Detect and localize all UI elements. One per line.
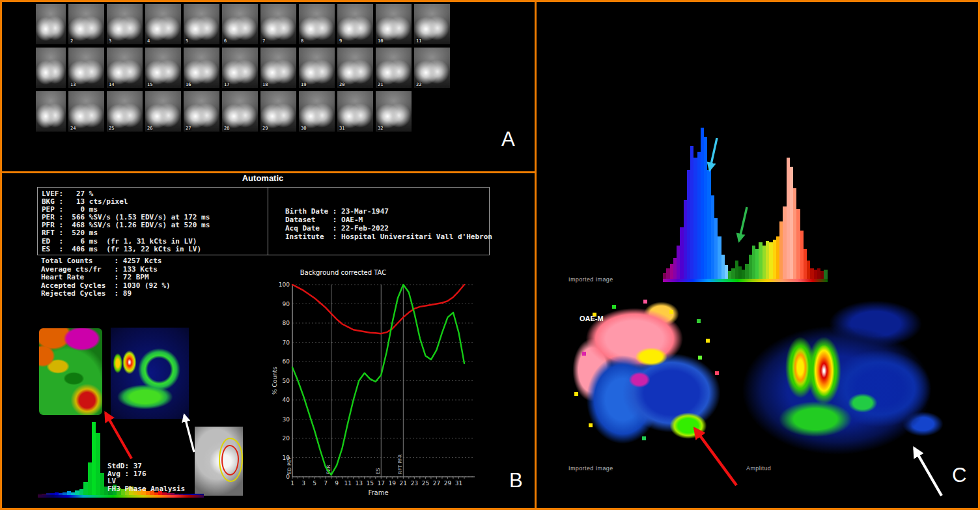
- lv-function-stats: LVEF: 27 %BKG : 13 cts/pixelPEP : 0 msPE…: [42, 190, 210, 253]
- svg-text:100: 100: [279, 281, 290, 288]
- cine-frame[interactable]: 26: [145, 91, 181, 132]
- frame-number: 7: [262, 38, 266, 44]
- frame-number: 15: [147, 82, 153, 87]
- frame-number: 8: [300, 38, 304, 44]
- frame-number: 3: [108, 38, 112, 44]
- svg-text:9: 9: [335, 480, 339, 487]
- frame-number: 29: [262, 126, 268, 131]
- svg-text:27: 27: [433, 480, 440, 487]
- frame-number: 4: [147, 38, 150, 44]
- patient-info-line: Institute : Hospital Universitari Vall d…: [285, 233, 492, 241]
- cine-frame[interactable]: 13: [68, 48, 104, 88]
- frame-number: 31: [339, 126, 345, 131]
- svg-text:ED PEP: ED PEP: [287, 457, 292, 474]
- frame-number: 10: [377, 38, 384, 44]
- frame-number: 9: [339, 38, 343, 44]
- amplitude-map-image: [111, 328, 189, 419]
- phase-stat-line: LV: [107, 477, 185, 485]
- frame-number: 21: [377, 82, 384, 87]
- svg-text:21: 21: [400, 480, 407, 487]
- cine-frame[interactable]: 16: [184, 48, 219, 88]
- svg-text:11: 11: [344, 480, 351, 487]
- cine-frame[interactable]: 20: [337, 48, 373, 88]
- stat-line: RFT : 520 ms: [42, 229, 210, 237]
- imported-image-label-top: Imported Image: [568, 276, 613, 283]
- cine-frame[interactable]: 5: [184, 4, 219, 44]
- cine-frame[interactable]: 21: [376, 48, 412, 88]
- cine-frame-row: 234567891011: [36, 4, 453, 44]
- imported-amplitude-image: [742, 300, 957, 461]
- cine-frame[interactable]: 14: [107, 48, 143, 88]
- cine-frame[interactable]: 6: [222, 4, 258, 44]
- svg-text:13: 13: [355, 480, 362, 487]
- cine-frame[interactable]: 15: [145, 48, 181, 88]
- cine-frame[interactable]: 18: [260, 48, 296, 88]
- orange-vertical-divider: [535, 0, 537, 510]
- cine-frame[interactable]: 9: [337, 4, 373, 44]
- cine-frame[interactable]: 10: [376, 4, 412, 44]
- frame-number: 26: [147, 126, 153, 131]
- cine-frame[interactable]: 25: [107, 91, 143, 132]
- svg-text:31: 31: [455, 480, 462, 487]
- svg-text:20: 20: [283, 435, 290, 442]
- stats-box: LVEF: 27 %BKG : 13 cts/pixelPEP : 0 msPE…: [37, 187, 490, 255]
- frame-number: 27: [185, 126, 191, 131]
- stats-box-divider: [268, 188, 268, 255]
- cine-frame[interactable]: [36, 4, 66, 44]
- patient-info-line: Birth Date : 23-Mar-1947: [285, 207, 492, 216]
- stat-line: ED : 6 ms (fr 1, 31 kCts in LV): [42, 238, 210, 246]
- cine-frame[interactable]: 11: [414, 4, 450, 44]
- frame-number: 14: [108, 82, 115, 87]
- histogram-bar: [824, 270, 827, 279]
- cine-frame[interactable]: 32: [376, 91, 412, 132]
- orange-horizontal-divider: [0, 171, 537, 173]
- svg-text:29: 29: [444, 480, 452, 487]
- stat-line: ES : 406 ms (fr 13, 22 kCts in LV): [42, 246, 210, 253]
- app-window: { "window": { "panel_a_label": "A", "pan…: [0, 0, 980, 510]
- cine-frame-grid: 2345678910111314151617181920212224252627…: [36, 4, 453, 135]
- cine-frame[interactable]: 22: [414, 48, 450, 88]
- phase-histogram-baseline: [38, 495, 204, 498]
- frame-number: 13: [70, 82, 76, 87]
- cine-frame-row: 13141516171819202122: [36, 48, 453, 88]
- svg-text:80: 80: [283, 320, 290, 326]
- cine-frame[interactable]: [36, 91, 66, 132]
- imported-phase-histogram: [663, 128, 828, 279]
- svg-text:5: 5: [313, 480, 316, 487]
- svg-text:7: 7: [324, 480, 328, 487]
- svg-text:ES: ES: [375, 468, 381, 474]
- cine-frame[interactable]: 27: [184, 91, 219, 132]
- svg-text:15: 15: [366, 480, 373, 487]
- automatic-title: Automatic: [37, 173, 488, 183]
- cine-frame[interactable]: 4: [145, 4, 181, 44]
- cine-frame-row: 242526272829303132: [36, 91, 453, 132]
- cine-frame[interactable]: 31: [337, 91, 373, 132]
- svg-text:30: 30: [283, 416, 290, 423]
- cine-frame[interactable]: 2: [68, 4, 104, 44]
- acquisition-stats: Total Counts : 4257 KctsAverage cts/fr :…: [41, 257, 171, 298]
- frame-number: 17: [223, 82, 230, 87]
- patient-info-line: Acq Date : 22-Feb-2022: [285, 224, 492, 233]
- cine-frame[interactable]: 3: [107, 4, 143, 44]
- frame-number: 28: [223, 126, 230, 131]
- frame-number: 30: [300, 126, 307, 131]
- cine-frame[interactable]: 29: [260, 91, 296, 132]
- cine-frame[interactable]: 30: [299, 91, 335, 132]
- cine-frame[interactable]: [36, 48, 66, 88]
- tac-chart: 0102030405060708090100135791113151719212…: [270, 267, 488, 503]
- phase-stat-line: StdD: 37: [107, 462, 185, 470]
- stat-line: Heart Rate : 72 BPM: [41, 274, 171, 282]
- cine-frame[interactable]: 28: [222, 91, 258, 132]
- svg-text:70: 70: [283, 339, 290, 346]
- cine-frame[interactable]: 17: [222, 48, 258, 88]
- cine-frame[interactable]: 8: [299, 4, 335, 44]
- svg-text:RFT PFR: RFT PFR: [397, 455, 403, 474]
- phase-map-image: [39, 328, 102, 415]
- cine-frame[interactable]: 7: [260, 4, 296, 44]
- cine-frame[interactable]: 19: [299, 48, 335, 88]
- svg-text:% Counts: % Counts: [272, 367, 278, 395]
- svg-text:Background corrected TAC: Background corrected TAC: [300, 269, 387, 276]
- cine-frame[interactable]: 24: [68, 91, 104, 132]
- imported-image-label-bottom: Imported Image: [568, 465, 613, 472]
- frame-number: 19: [300, 82, 307, 87]
